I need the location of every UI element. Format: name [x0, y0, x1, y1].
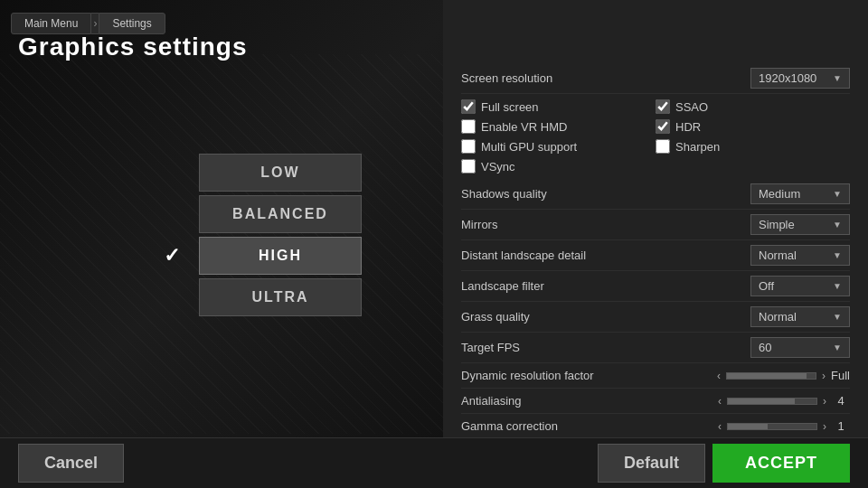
dropdown-arrow-icon: ▼ — [833, 312, 842, 322]
checkbox-fullscreen-label: Full screen — [481, 100, 539, 114]
target-fps-row: Target FPS 60 ▼ — [461, 333, 850, 363]
checkbox-multi-gpu[interactable]: Multi GPU support — [461, 139, 656, 154]
preset-high-label: HIGH — [259, 248, 302, 264]
checkbox-hdr-input[interactable] — [656, 119, 670, 134]
grass-quality-row: Grass quality Normal ▼ — [461, 302, 850, 333]
checkbox-sharpen[interactable]: Sharpen — [656, 139, 850, 154]
target-fps-value: 60 — [759, 341, 771, 354]
checkbox-vsync[interactable]: VSync — [461, 159, 656, 174]
default-button[interactable]: Default — [598, 444, 705, 483]
grass-quality-dropdown[interactable]: Normal ▼ — [750, 306, 850, 327]
landscape-filter-row: Landscape filter Off ▼ — [461, 271, 850, 302]
checkbox-group-left: Full screen Enable VR HMD Multi GPU supp… — [461, 99, 656, 174]
checkbox-vsync-input[interactable] — [461, 159, 476, 174]
shadows-quality-label: Shadows quality — [461, 187, 547, 201]
breadcrumb-settings[interactable]: Settings — [99, 13, 165, 34]
checkbox-multi-gpu-label: Multi GPU support — [481, 140, 577, 154]
distant-landscape-value: Normal — [759, 249, 797, 262]
antialiasing-control: ‹ › 4 — [716, 394, 850, 408]
preset-high[interactable]: ✓ HIGH — [199, 237, 362, 275]
slider-right-arrow-icon[interactable]: › — [821, 395, 828, 408]
target-fps-label: Target FPS — [461, 341, 520, 354]
preset-balanced-label: BALANCED — [232, 206, 328, 222]
distant-landscape-label: Distant landscape detail — [461, 249, 586, 262]
landscape-filter-dropdown[interactable]: Off ▼ — [750, 276, 850, 296]
landscape-filter-value: Off — [759, 279, 774, 293]
cancel-button[interactable]: Cancel — [18, 444, 124, 483]
slider-left-arrow-icon[interactable]: ‹ — [715, 370, 722, 382]
gamma-correction-row: Gamma correction ‹ › 1 — [461, 414, 850, 439]
dynamic-resolution-slider-bar[interactable] — [726, 372, 816, 380]
gamma-correction-label: Gamma correction — [461, 419, 558, 433]
checkbox-vsync-label: VSync — [481, 160, 515, 174]
dynamic-resolution-value: Full — [831, 369, 850, 382]
bottom-right-buttons: Default ACCEPT — [598, 444, 850, 483]
preset-low[interactable]: LOW — [199, 154, 362, 192]
dropdown-arrow-icon: ▼ — [833, 73, 842, 83]
dropdown-arrow-icon: ▼ — [833, 220, 842, 230]
antialiasing-value: 4 — [832, 394, 850, 408]
grass-quality-label: Grass quality — [461, 310, 530, 324]
slider-right-arrow-icon[interactable]: › — [821, 420, 828, 433]
checkbox-sharpen-label: Sharpen — [675, 140, 720, 154]
target-fps-dropdown[interactable]: 60 ▼ — [750, 337, 850, 358]
checkbox-hdr[interactable]: HDR — [656, 119, 850, 134]
checkboxes-section: Full screen Enable VR HMD Multi GPU supp… — [461, 94, 850, 179]
screen-resolution-row: Screen resolution 1920x1080 ▼ — [461, 63, 850, 94]
preset-ultra-label: ULTRA — [251, 289, 308, 305]
checkbox-fullscreen-input[interactable] — [461, 99, 476, 114]
dynamic-resolution-slider-fill — [727, 373, 807, 379]
gamma-correction-slider-fill — [728, 424, 768, 429]
landscape-filter-label: Landscape filter — [461, 279, 544, 293]
screen-resolution-label: Screen resolution — [461, 71, 552, 85]
dynamic-resolution-label: Dynamic resolution factor — [461, 369, 594, 382]
checkbox-vr-hmd[interactable]: Enable VR HMD — [461, 119, 656, 134]
slider-left-arrow-icon[interactable]: ‹ — [716, 395, 723, 408]
mirrors-dropdown[interactable]: Simple ▼ — [750, 214, 850, 235]
distant-landscape-dropdown[interactable]: Normal ▼ — [750, 245, 850, 266]
settings-section: Screen resolution 1920x1080 ▼ Full scree… — [461, 63, 850, 439]
antialiasing-row: Antialiasing ‹ › 4 — [461, 389, 850, 414]
dropdown-arrow-icon: ▼ — [833, 250, 842, 260]
checkmark-icon: ✓ — [164, 244, 182, 267]
right-panel: Screen resolution 1920x1080 ▼ Full scree… — [443, 0, 868, 488]
preset-container: LOW BALANCED ✓ HIGH ULTRA — [199, 154, 362, 316]
slider-left-arrow-icon[interactable]: ‹ — [716, 420, 723, 433]
accept-button[interactable]: ACCEPT — [712, 444, 850, 483]
checkbox-vr-hmd-input[interactable] — [461, 119, 476, 134]
breadcrumb: Main Menu › Settings — [11, 13, 165, 34]
checkbox-sharpen-input[interactable] — [656, 139, 670, 154]
checkbox-vr-hmd-label: Enable VR HMD — [481, 120, 567, 134]
gamma-correction-value: 1 — [832, 419, 850, 433]
mirrors-row: Mirrors Simple ▼ — [461, 210, 850, 240]
dropdown-arrow-icon: ▼ — [833, 189, 842, 199]
preset-ultra[interactable]: ULTRA — [199, 278, 362, 316]
shadows-quality-row: Shadows quality Medium ▼ — [461, 179, 850, 210]
checkbox-ssao-input[interactable] — [656, 99, 670, 114]
page-title: Graphics settings — [18, 33, 248, 61]
shadows-quality-value: Medium — [759, 187, 800, 201]
shadows-quality-dropdown[interactable]: Medium ▼ — [750, 183, 850, 204]
checkbox-ssao-label: SSAO — [675, 100, 708, 114]
checkbox-multi-gpu-input[interactable] — [461, 139, 476, 154]
screen-resolution-dropdown[interactable]: 1920x1080 ▼ — [750, 68, 850, 89]
breadcrumb-main-menu[interactable]: Main Menu — [11, 13, 91, 34]
screen-resolution-value: 1920x1080 — [759, 71, 816, 85]
distant-landscape-row: Distant landscape detail Normal ▼ — [461, 240, 850, 271]
slider-right-arrow-icon[interactable]: › — [820, 370, 827, 382]
preset-balanced[interactable]: BALANCED — [199, 195, 362, 233]
checkbox-fullscreen[interactable]: Full screen — [461, 99, 656, 114]
dropdown-arrow-icon: ▼ — [833, 343, 842, 352]
grass-quality-value: Normal — [759, 310, 797, 324]
dropdown-arrow-icon: ▼ — [833, 281, 842, 291]
preset-low-label: LOW — [260, 164, 299, 181]
mirrors-value: Simple — [759, 218, 795, 231]
gamma-correction-slider-bar[interactable] — [727, 423, 817, 430]
gamma-correction-control: ‹ › 1 — [716, 419, 850, 433]
antialiasing-slider-fill — [728, 399, 795, 404]
breadcrumb-separator: › — [91, 13, 99, 34]
checkbox-ssao[interactable]: SSAO — [656, 99, 850, 114]
checkbox-group-right: SSAO HDR Sharpen — [656, 99, 850, 174]
antialiasing-label: Antialiasing — [461, 394, 522, 408]
antialiasing-slider-bar[interactable] — [727, 398, 817, 405]
